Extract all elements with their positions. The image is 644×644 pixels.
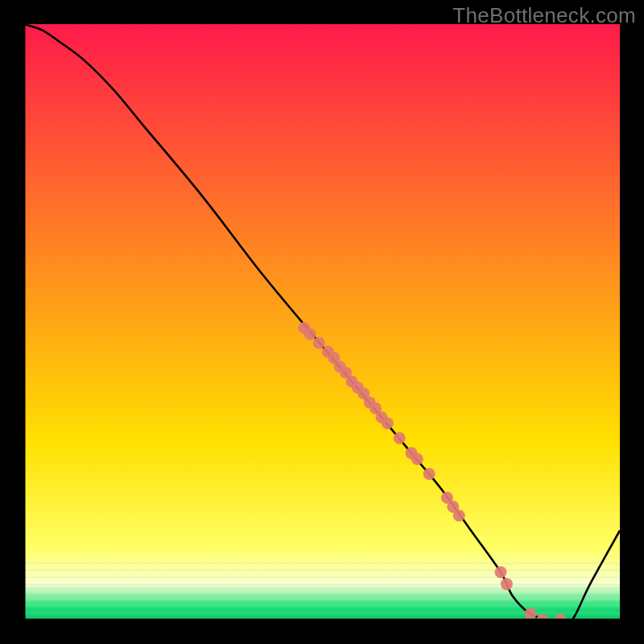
svg-rect-5 xyxy=(24,602,620,603)
svg-rect-16 xyxy=(24,563,620,564)
svg-point-37 xyxy=(453,510,465,522)
svg-point-38 xyxy=(495,566,507,578)
svg-rect-15 xyxy=(24,566,620,567)
svg-point-18 xyxy=(304,328,316,340)
svg-point-33 xyxy=(411,453,423,465)
svg-rect-8 xyxy=(24,591,620,592)
svg-rect-10 xyxy=(24,584,620,585)
svg-point-19 xyxy=(313,336,325,349)
svg-point-30 xyxy=(382,417,394,429)
svg-rect-14 xyxy=(24,570,620,571)
svg-rect-4 xyxy=(24,605,620,606)
svg-rect-9 xyxy=(24,588,620,588)
svg-rect-12 xyxy=(24,577,620,578)
svg-point-39 xyxy=(501,578,513,590)
svg-rect-11 xyxy=(24,580,620,581)
chart-stage: TheBottleneck.com xyxy=(0,0,644,644)
svg-point-31 xyxy=(394,432,406,444)
svg-rect-7 xyxy=(24,595,620,596)
svg-point-34 xyxy=(423,468,436,480)
plot-background xyxy=(24,24,620,620)
svg-rect-13 xyxy=(24,573,620,574)
svg-point-40 xyxy=(525,608,537,620)
svg-rect-6 xyxy=(24,598,620,599)
bottleneck-chart xyxy=(24,24,620,620)
